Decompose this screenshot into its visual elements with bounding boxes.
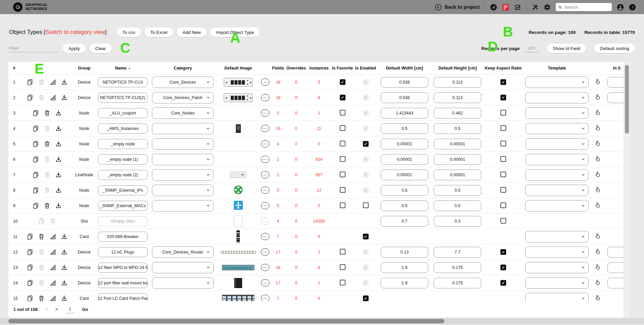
hand-pointer-icon[interactable] xyxy=(594,248,601,255)
checkbox-checked[interactable]: ✓ xyxy=(363,141,369,147)
name-input[interactable]: 12 AC Plugs xyxy=(98,247,148,257)
hand-pointer-icon[interactable] xyxy=(594,109,601,116)
header-group[interactable]: Group xyxy=(72,66,96,71)
instances-count-link[interactable]: 934 xyxy=(306,157,332,162)
fields-count-link[interactable]: 2 xyxy=(270,173,286,177)
template-select[interactable] xyxy=(525,123,589,134)
instances-count-link[interactable]: 5 xyxy=(306,80,332,85)
checkbox-unchecked[interactable] xyxy=(500,156,506,162)
default-width-input[interactable]: 0.538 xyxy=(381,92,428,103)
download-icon[interactable] xyxy=(61,248,68,256)
overrides-count-link[interactable]: 0 xyxy=(286,265,306,270)
instances-count-link[interactable]: 11 xyxy=(306,126,332,131)
default-height-input[interactable]: 0.175 xyxy=(434,278,481,288)
download-icon[interactable] xyxy=(55,156,62,163)
copy-icon[interactable] xyxy=(32,109,39,117)
hand-pointer-icon[interactable] xyxy=(594,202,601,208)
overrides-count-link[interactable]: 0 xyxy=(286,126,306,131)
setsquare-icon[interactable] xyxy=(49,264,56,271)
image-picker-button[interactable]: ... xyxy=(261,125,269,132)
copy-icon[interactable] xyxy=(32,125,39,132)
category-select[interactable] xyxy=(152,123,214,134)
overrides-count-link[interactable]: 0 xyxy=(286,173,306,177)
image-picker-button[interactable]: ... xyxy=(261,79,269,86)
instances-count-link[interactable]: 12 xyxy=(306,188,332,193)
fields-count-link[interactable]: 18 xyxy=(270,95,286,100)
header-keep-aspect-ratio[interactable]: Keep Aspect Ratio xyxy=(484,66,523,71)
template-select[interactable] xyxy=(525,154,589,165)
default-height-input[interactable]: 0.5 xyxy=(434,123,481,134)
show-id-field-button[interactable]: Show Id Field xyxy=(547,44,586,53)
checkbox-unchecked[interactable] xyxy=(500,218,506,224)
checkbox-unchecked[interactable] xyxy=(500,187,506,193)
download-icon[interactable] xyxy=(61,264,68,271)
fields-count-link[interactable]: 4 xyxy=(270,219,286,224)
download-icon[interactable] xyxy=(55,187,62,194)
fields-count-link[interactable]: 19 xyxy=(270,126,286,131)
name-input[interactable]: 12 port fiber wall mount bo xyxy=(98,278,148,288)
fields-count-link[interactable]: 2 xyxy=(270,157,286,162)
checkbox-unchecked[interactable] xyxy=(340,202,345,208)
line-style-select-image[interactable] xyxy=(230,172,246,178)
checkbox-unchecked[interactable] xyxy=(340,141,345,146)
template-select[interactable] xyxy=(525,246,589,258)
header-template[interactable]: Template xyxy=(523,66,591,71)
download-icon[interactable] xyxy=(55,202,62,209)
fields-count-link[interactable]: 5 xyxy=(270,188,286,193)
template-select[interactable] xyxy=(525,277,589,289)
name-input[interactable]: NETOPTICS TP-CU3 xyxy=(98,77,148,87)
header-fields[interactable]: Fields xyxy=(270,66,286,71)
name-input[interactable]: _SNMP_External_MACs xyxy=(98,201,148,211)
overrides-count-link[interactable]: 0 xyxy=(286,157,306,162)
apply-button[interactable]: Apply xyxy=(63,44,86,53)
default-sorting-button[interactable]: Default sorting xyxy=(594,44,635,53)
template-select[interactable] xyxy=(525,92,589,103)
default-height-input[interactable]: 0.00001 xyxy=(434,139,481,149)
name-input[interactable]: <Empty Slot> xyxy=(98,216,148,226)
template-select[interactable] xyxy=(525,200,589,212)
copy-icon[interactable] xyxy=(32,187,39,194)
checkbox-checked[interactable]: ✓ xyxy=(500,280,506,286)
template-select[interactable] xyxy=(525,293,589,301)
tools-icon[interactable] xyxy=(532,4,539,11)
download-icon[interactable] xyxy=(61,279,68,286)
default-width-input[interactable]: 0.5 xyxy=(381,185,428,196)
default-width-input[interactable]: 0.13 xyxy=(381,247,428,258)
template-select[interactable] xyxy=(525,169,589,181)
image-picker-button[interactable]: ... xyxy=(261,94,269,101)
copy-icon[interactable] xyxy=(26,79,34,86)
category-select[interactable]: Core_Devices xyxy=(152,77,214,88)
image-picker-button[interactable]: ... xyxy=(261,140,269,147)
header-instances[interactable]: Instances xyxy=(306,66,332,71)
instances-count-link[interactable]: 587 xyxy=(306,173,332,177)
instances-count-link[interactable]: 1 xyxy=(306,281,332,285)
default-width-input[interactable]: 0.5 xyxy=(381,200,428,211)
overrides-count-link[interactable]: 0 xyxy=(286,234,306,239)
category-select[interactable]: Core_Devices_Router xyxy=(152,246,214,258)
template-select[interactable] xyxy=(525,231,589,242)
setsquare-icon[interactable] xyxy=(49,94,56,101)
image-picker-button[interactable]: ... xyxy=(261,295,269,301)
default-height-input[interactable]: 0.5 xyxy=(434,200,481,211)
hand-pointer-icon[interactable] xyxy=(594,294,601,301)
overrides-count-link[interactable]: 0 xyxy=(286,142,306,146)
overrides-count-link[interactable]: 0 xyxy=(286,203,306,208)
checkbox-unchecked[interactable] xyxy=(340,110,345,115)
default-width-input[interactable]: 1.9 xyxy=(381,262,428,273)
category-select[interactable]: Core_Devices_Patch xyxy=(152,92,214,103)
fields-count-link[interactable]: 18 xyxy=(270,265,286,270)
checkbox-checked[interactable]: ✓ xyxy=(363,295,369,301)
image-picker-button[interactable]: ... xyxy=(261,171,269,178)
default-width-input[interactable]: 0.538 xyxy=(381,77,428,88)
checkbox-checked[interactable]: ✓ xyxy=(500,249,506,255)
trash-icon[interactable] xyxy=(44,202,51,209)
default-width-input[interactable]: 0.00001 xyxy=(381,154,428,165)
checkbox-checked[interactable]: ✓ xyxy=(340,95,345,100)
setsquare-icon[interactable] xyxy=(49,295,56,301)
header-is-enabled[interactable]: Is Enabled xyxy=(353,66,378,71)
instances-count-link[interactable]: 1 xyxy=(306,111,332,115)
category-select[interactable] xyxy=(152,200,214,212)
checkbox-unchecked[interactable] xyxy=(500,110,506,115)
setsquare-icon[interactable] xyxy=(49,248,56,256)
next-page-button[interactable]: > xyxy=(55,307,58,312)
